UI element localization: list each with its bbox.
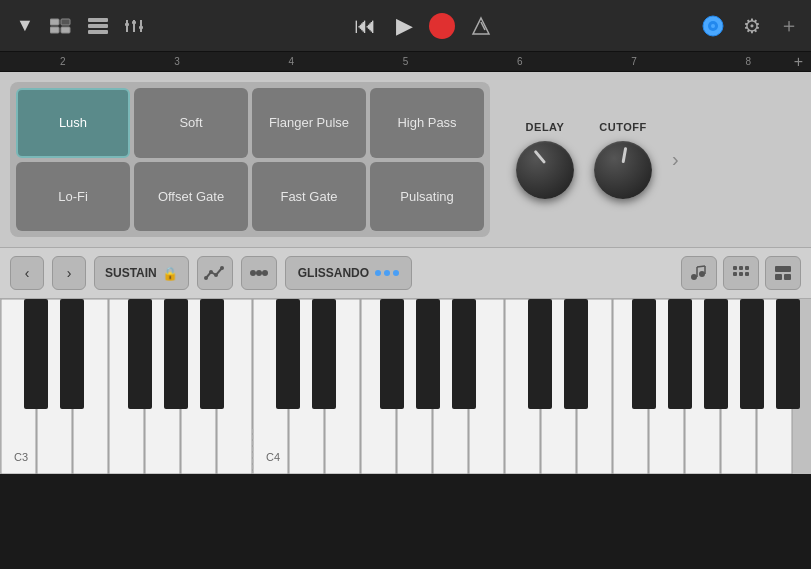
svg-rect-11 [132, 21, 136, 24]
lock-icon: 🔒 [162, 266, 178, 281]
black-key[interactable] [632, 299, 656, 409]
c3-label: C3 [14, 451, 28, 463]
black-key[interactable] [276, 299, 300, 409]
preset-grid: Lush Soft Flanger Pulse High Pass Lo-Fi … [10, 82, 490, 237]
add-track-btn[interactable]: ＋ [779, 12, 799, 39]
cutoff-knob-container: CUTOFF [594, 121, 652, 199]
dropdown-btn[interactable]: ▼ [12, 11, 38, 40]
preset-lo-fi[interactable]: Lo-Fi [16, 162, 130, 232]
view-tracks-btn[interactable] [46, 14, 76, 38]
ruler-mark: 2 [60, 56, 66, 67]
black-key[interactable] [24, 299, 48, 409]
metronome-btn[interactable] [467, 12, 495, 40]
keyboard-back-btn[interactable]: ‹ [10, 256, 44, 290]
preset-offset-gate[interactable]: Offset Gate [134, 162, 248, 232]
delay-knob-container: DELAY [516, 121, 574, 199]
glissando-label: GLISSANDO [298, 266, 369, 280]
black-key[interactable] [60, 299, 84, 409]
knobs-area: DELAY CUTOFF › [500, 82, 695, 237]
cutoff-knob[interactable] [594, 141, 652, 199]
ruler-add-btn[interactable]: + [794, 53, 803, 71]
ruler-mark: 5 [403, 56, 409, 67]
cutoff-label: CUTOFF [599, 121, 646, 133]
black-key[interactable] [740, 299, 764, 409]
black-key[interactable] [776, 299, 800, 409]
svg-rect-0 [50, 19, 59, 25]
sustain-label: SUSTAIN [105, 266, 157, 280]
arpeggio-btn[interactable] [197, 256, 233, 290]
black-key[interactable] [528, 299, 552, 409]
svg-rect-1 [61, 19, 70, 25]
black-key[interactable] [164, 299, 188, 409]
svg-rect-38 [775, 274, 782, 280]
layout-btn[interactable] [765, 256, 801, 290]
settings-btn[interactable]: ⚙ [739, 10, 765, 42]
black-key[interactable] [312, 299, 336, 409]
chord-grid-btn[interactable] [723, 256, 759, 290]
delay-label: DELAY [526, 121, 565, 133]
svg-rect-39 [784, 274, 791, 280]
svg-rect-36 [745, 272, 749, 276]
piano-svg: C3 C4 [0, 299, 811, 474]
svg-point-28 [699, 271, 705, 277]
ruler-mark: 8 [745, 56, 751, 67]
svg-rect-31 [733, 266, 737, 270]
preset-lush[interactable]: Lush [16, 88, 130, 158]
preset-high-pass[interactable]: High Pass [370, 88, 484, 158]
dot-1 [375, 270, 381, 276]
black-key[interactable] [564, 299, 588, 409]
c4-label: C4 [266, 451, 280, 463]
svg-rect-3 [61, 27, 70, 33]
rewind-btn[interactable]: ⏮ [350, 9, 380, 43]
note-style-btn[interactable] [681, 256, 717, 290]
mixer-btn[interactable] [120, 14, 148, 38]
transport-controls: ⏮ ▶ [350, 9, 495, 43]
svg-rect-33 [745, 266, 749, 270]
svg-point-22 [220, 266, 224, 270]
black-key[interactable] [128, 299, 152, 409]
black-key[interactable] [704, 299, 728, 409]
play-btn[interactable]: ▶ [392, 9, 417, 43]
black-key[interactable] [668, 299, 692, 409]
svg-rect-6 [88, 30, 108, 34]
right-controls [681, 256, 801, 290]
controls-bar: ‹ › SUSTAIN 🔒 GLISSANDO [0, 247, 811, 299]
svg-rect-12 [139, 26, 143, 29]
knobs-expand-btn[interactable]: › [672, 148, 679, 171]
preset-fast-gate[interactable]: Fast Gate [252, 162, 366, 232]
piano-keyboard-area: C3 C4 [0, 299, 811, 474]
svg-line-30 [697, 266, 705, 267]
ruler: 2 3 4 5 6 7 8 + [0, 52, 811, 72]
preset-soft[interactable]: Soft [134, 88, 248, 158]
dot-3 [393, 270, 399, 276]
ruler-mark: 6 [517, 56, 523, 67]
main-area: Lush Soft Flanger Pulse High Pass Lo-Fi … [0, 72, 811, 247]
preset-flanger-pulse[interactable]: Flanger Pulse [252, 88, 366, 158]
glissando-btn[interactable]: GLISSANDO [285, 256, 412, 290]
black-key[interactable] [200, 299, 224, 409]
svg-rect-37 [775, 266, 791, 272]
black-key[interactable] [452, 299, 476, 409]
svg-rect-32 [739, 266, 743, 270]
toolbar-right: ⚙ ＋ [697, 10, 799, 42]
preset-pulsating[interactable]: Pulsating [370, 162, 484, 232]
svg-point-19 [204, 276, 208, 280]
delay-knob[interactable] [516, 141, 574, 199]
svg-rect-34 [733, 272, 737, 276]
svg-point-26 [691, 274, 697, 280]
svg-rect-4 [88, 18, 108, 22]
ruler-marks: 2 3 4 5 6 7 8 [60, 56, 751, 67]
toolbar: ▼ ⏮ ▶ [0, 0, 811, 52]
svg-rect-10 [125, 23, 129, 26]
black-key[interactable] [380, 299, 404, 409]
svg-marker-13 [473, 18, 489, 34]
sustain-btn[interactable]: SUSTAIN 🔒 [94, 256, 189, 290]
view-list-btn[interactable] [84, 14, 112, 38]
svg-point-18 [711, 24, 715, 28]
svg-rect-5 [88, 24, 108, 28]
record-btn[interactable] [429, 13, 455, 39]
black-key[interactable] [416, 299, 440, 409]
keyboard-forward-btn[interactable]: › [52, 256, 86, 290]
smart-help-btn[interactable] [697, 10, 729, 42]
chord-btn[interactable] [241, 256, 277, 290]
